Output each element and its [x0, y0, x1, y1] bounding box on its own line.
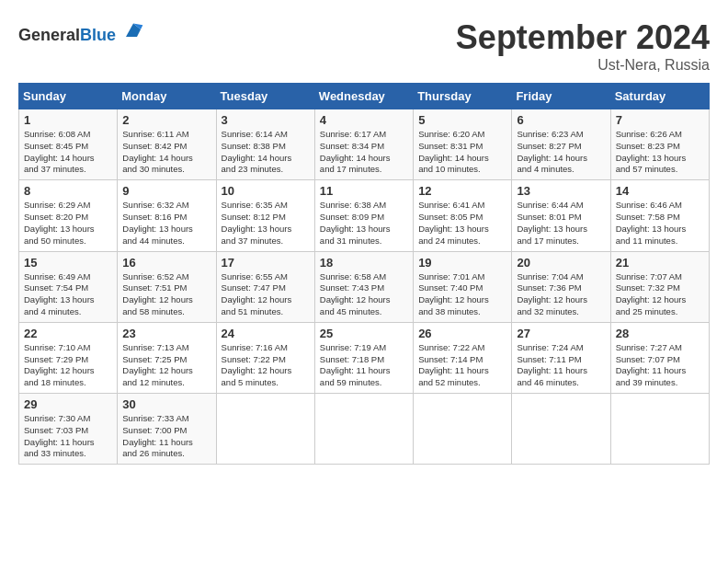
calendar-cell: 18Sunrise: 6:58 AMSunset: 7:43 PMDayligh… [314, 251, 413, 322]
calendar-table: SundayMondayTuesdayWednesdayThursdayFrid… [18, 83, 710, 465]
cell-content: Sunrise: 6:46 AMSunset: 7:58 PMDaylight:… [616, 200, 704, 247]
header-row: SundayMondayTuesdayWednesdayThursdayFrid… [19, 84, 710, 109]
calendar-cell [512, 394, 610, 465]
day-number: 2 [122, 113, 210, 127]
day-header-monday: Monday [118, 84, 216, 109]
logo: GeneralBlue [18, 18, 144, 45]
calendar-cell: 13Sunrise: 6:44 AMSunset: 8:01 PMDayligh… [512, 180, 610, 251]
day-number: 25 [320, 327, 408, 340]
cell-content: Sunrise: 7:04 AMSunset: 7:36 PMDaylight:… [517, 271, 605, 318]
calendar-cell: 17Sunrise: 6:55 AMSunset: 7:47 PMDayligh… [216, 251, 314, 322]
calendar-cell [216, 394, 314, 465]
cell-content: Sunrise: 6:49 AMSunset: 7:54 PMDaylight:… [24, 271, 112, 318]
calendar-cell: 16Sunrise: 6:52 AMSunset: 7:51 PMDayligh… [118, 251, 216, 322]
day-header-friday: Friday [512, 84, 610, 109]
day-number: 19 [418, 256, 506, 270]
cell-content: Sunrise: 6:35 AMSunset: 8:12 PMDaylight:… [222, 200, 310, 247]
day-number: 15 [24, 256, 112, 270]
cell-content: Sunrise: 6:38 AMSunset: 8:09 PMDaylight:… [320, 200, 408, 247]
cell-content: Sunrise: 6:44 AMSunset: 8:01 PMDaylight:… [517, 200, 605, 247]
cell-content: Sunrise: 6:17 AMSunset: 8:34 PMDaylight:… [320, 129, 408, 176]
logo-general: General [18, 26, 80, 44]
logo-icon [122, 18, 144, 40]
day-number: 24 [222, 327, 310, 340]
cell-content: Sunrise: 6:52 AMSunset: 7:51 PMDaylight:… [122, 271, 210, 318]
cell-content: Sunrise: 7:16 AMSunset: 7:22 PMDaylight:… [222, 342, 310, 389]
cell-content: Sunrise: 7:01 AMSunset: 7:40 PMDaylight:… [418, 271, 506, 318]
day-number: 27 [517, 327, 605, 340]
calendar-cell [414, 394, 512, 465]
day-number: 7 [616, 113, 704, 127]
cell-content: Sunrise: 6:55 AMSunset: 7:47 PMDaylight:… [222, 271, 310, 318]
cell-content: Sunrise: 7:27 AMSunset: 7:07 PMDaylight:… [616, 342, 704, 389]
month-title: September 2024 [456, 18, 710, 57]
cell-content: Sunrise: 7:19 AMSunset: 7:18 PMDaylight:… [320, 342, 408, 389]
cell-content: Sunrise: 6:08 AMSunset: 8:45 PMDaylight:… [24, 129, 112, 176]
calendar-cell: 29Sunrise: 7:30 AMSunset: 7:03 PMDayligh… [19, 394, 118, 465]
cell-content: Sunrise: 6:20 AMSunset: 8:31 PMDaylight:… [418, 129, 506, 176]
day-number: 8 [24, 184, 112, 198]
calendar-cell: 19Sunrise: 7:01 AMSunset: 7:40 PMDayligh… [414, 251, 512, 322]
day-number: 10 [222, 184, 310, 198]
day-number: 12 [418, 184, 506, 198]
day-number: 30 [122, 397, 210, 411]
cell-content: Sunrise: 7:13 AMSunset: 7:25 PMDaylight:… [122, 342, 210, 389]
calendar-cell: 15Sunrise: 6:49 AMSunset: 7:54 PMDayligh… [19, 251, 118, 322]
calendar-cell: 25Sunrise: 7:19 AMSunset: 7:18 PMDayligh… [314, 322, 413, 393]
calendar-cell: 20Sunrise: 7:04 AMSunset: 7:36 PMDayligh… [512, 251, 610, 322]
day-number: 16 [122, 256, 210, 270]
week-row-2: 8Sunrise: 6:29 AMSunset: 8:20 PMDaylight… [19, 180, 710, 251]
week-row-3: 15Sunrise: 6:49 AMSunset: 7:54 PMDayligh… [19, 251, 710, 322]
cell-content: Sunrise: 7:07 AMSunset: 7:32 PMDaylight:… [616, 271, 704, 318]
day-number: 20 [517, 256, 605, 270]
cell-content: Sunrise: 6:11 AMSunset: 8:42 PMDaylight:… [122, 129, 210, 176]
day-number: 28 [616, 327, 704, 340]
calendar-cell: 7Sunrise: 6:26 AMSunset: 8:23 PMDaylight… [610, 109, 709, 180]
day-header-saturday: Saturday [610, 84, 709, 109]
calendar-cell: 1Sunrise: 6:08 AMSunset: 8:45 PMDaylight… [19, 109, 118, 180]
day-number: 1 [24, 113, 112, 127]
day-number: 21 [616, 256, 704, 270]
calendar-cell: 27Sunrise: 7:24 AMSunset: 7:11 PMDayligh… [512, 322, 610, 393]
day-number: 17 [222, 256, 310, 270]
day-number: 11 [320, 184, 408, 198]
day-header-thursday: Thursday [414, 84, 512, 109]
calendar-cell: 10Sunrise: 6:35 AMSunset: 8:12 PMDayligh… [216, 180, 314, 251]
calendar-cell: 12Sunrise: 6:41 AMSunset: 8:05 PMDayligh… [414, 180, 512, 251]
calendar-cell: 9Sunrise: 6:32 AMSunset: 8:16 PMDaylight… [118, 180, 216, 251]
calendar-cell: 4Sunrise: 6:17 AMSunset: 8:34 PMDaylight… [314, 109, 413, 180]
cell-content: Sunrise: 6:26 AMSunset: 8:23 PMDaylight:… [616, 129, 704, 176]
day-number: 4 [320, 113, 408, 127]
calendar-cell: 30Sunrise: 7:33 AMSunset: 7:00 PMDayligh… [118, 394, 216, 465]
day-number: 3 [222, 113, 310, 127]
calendar-cell: 2Sunrise: 6:11 AMSunset: 8:42 PMDaylight… [118, 109, 216, 180]
cell-content: Sunrise: 7:10 AMSunset: 7:29 PMDaylight:… [24, 342, 112, 389]
day-number: 13 [517, 184, 605, 198]
cell-content: Sunrise: 7:30 AMSunset: 7:03 PMDaylight:… [24, 413, 112, 460]
calendar-cell: 8Sunrise: 6:29 AMSunset: 8:20 PMDaylight… [19, 180, 118, 251]
day-number: 26 [418, 327, 506, 340]
calendar-cell: 23Sunrise: 7:13 AMSunset: 7:25 PMDayligh… [118, 322, 216, 393]
calendar-cell: 11Sunrise: 6:38 AMSunset: 8:09 PMDayligh… [314, 180, 413, 251]
day-number: 14 [616, 184, 704, 198]
calendar-cell: 3Sunrise: 6:14 AMSunset: 8:38 PMDaylight… [216, 109, 314, 180]
cell-content: Sunrise: 7:22 AMSunset: 7:14 PMDaylight:… [418, 342, 506, 389]
logo-blue: Blue [80, 26, 116, 44]
cell-content: Sunrise: 6:29 AMSunset: 8:20 PMDaylight:… [24, 200, 112, 247]
day-number: 22 [24, 327, 112, 340]
day-header-tuesday: Tuesday [216, 84, 314, 109]
cell-content: Sunrise: 6:41 AMSunset: 8:05 PMDaylight:… [418, 200, 506, 247]
day-header-sunday: Sunday [19, 84, 118, 109]
cell-content: Sunrise: 6:23 AMSunset: 8:27 PMDaylight:… [517, 129, 605, 176]
location-title: Ust-Nera, Russia [456, 57, 710, 74]
calendar-cell: 6Sunrise: 6:23 AMSunset: 8:27 PMDaylight… [512, 109, 610, 180]
cell-content: Sunrise: 6:14 AMSunset: 8:38 PMDaylight:… [222, 129, 310, 176]
day-number: 5 [418, 113, 506, 127]
day-number: 18 [320, 256, 408, 270]
calendar-cell: 24Sunrise: 7:16 AMSunset: 7:22 PMDayligh… [216, 322, 314, 393]
calendar-cell: 21Sunrise: 7:07 AMSunset: 7:32 PMDayligh… [610, 251, 709, 322]
day-header-wednesday: Wednesday [314, 84, 413, 109]
week-row-4: 22Sunrise: 7:10 AMSunset: 7:29 PMDayligh… [19, 322, 710, 393]
cell-content: Sunrise: 7:33 AMSunset: 7:00 PMDaylight:… [122, 413, 210, 460]
calendar-cell [610, 394, 709, 465]
